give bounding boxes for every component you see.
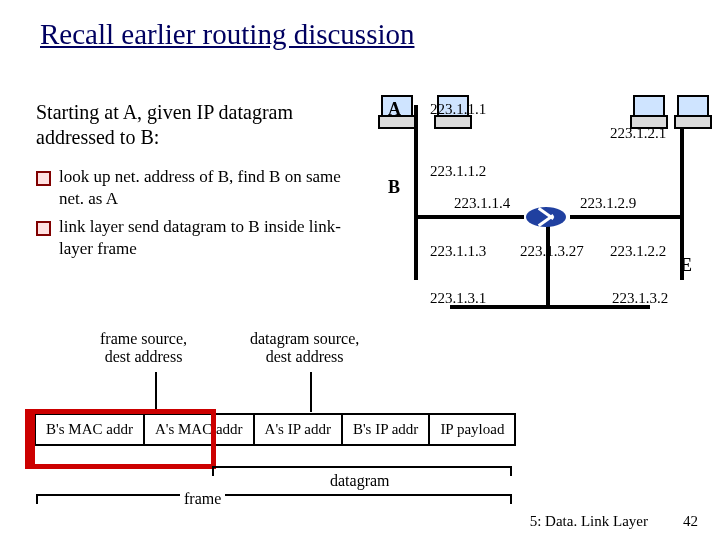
- network-diagram: A B E 223.1.1.1 223.1.1.2 223.1.1.3 223.…: [380, 95, 710, 325]
- bullet-icon: [36, 221, 51, 236]
- router-icon: [526, 207, 566, 227]
- intro-text: Starting at A, given IP datagram address…: [36, 100, 366, 150]
- ip-label: 223.1.1.1: [430, 101, 486, 118]
- cell-src-ip: A's IP addr: [254, 414, 342, 445]
- brace-label-frame: frame: [180, 490, 225, 508]
- ip-label: 223.1.1.2: [430, 163, 486, 180]
- pointer-line: [155, 372, 157, 412]
- bullet-text: look up net. address of B, find B on sam…: [59, 166, 366, 210]
- ip-label: 223.1.3.27: [520, 243, 584, 260]
- list-item: link layer send datagram to B inside lin…: [36, 216, 366, 260]
- highlight-edge: [25, 409, 30, 469]
- bullet-icon: [36, 171, 51, 186]
- host-icon: [630, 95, 664, 125]
- slide-title: Recall earlier routing discussion: [40, 18, 414, 51]
- cell-dest-mac: B's MAC addr: [35, 414, 144, 445]
- ip-label: 223.1.1.4: [454, 195, 510, 212]
- frame-structure-row: B's MAC addr A's MAC addr A's IP addr B'…: [34, 413, 516, 446]
- host-label-a: A: [388, 99, 401, 120]
- footer-page: 42: [683, 513, 698, 530]
- ip-label: 223.1.3.2: [612, 290, 668, 307]
- bullet-list: look up net. address of B, find B on sam…: [36, 166, 366, 266]
- net-link: [680, 105, 684, 280]
- cell-dest-ip: B's IP addr: [342, 414, 429, 445]
- pointer-line: [310, 372, 312, 412]
- net-link: [546, 225, 550, 305]
- cell-src-mac: A's MAC addr: [144, 414, 254, 445]
- ip-label: 223.1.2.9: [580, 195, 636, 212]
- brace-frame: [36, 494, 512, 504]
- ip-label: 223.1.2.2: [610, 243, 666, 260]
- net-link: [414, 215, 524, 219]
- net-link: [414, 105, 418, 280]
- annotation-dgram-addr: datagram source, dest address: [250, 330, 359, 365]
- net-link: [570, 215, 680, 219]
- bullet-text: link layer send datagram to B inside lin…: [59, 216, 366, 260]
- brace-label-datagram: datagram: [330, 472, 390, 490]
- ip-label: 223.1.1.3: [430, 243, 486, 260]
- ip-label: 223.1.2.1: [610, 125, 666, 142]
- cell-payload: IP payload: [429, 414, 515, 445]
- host-label-e: E: [680, 255, 692, 276]
- ip-label: 223.1.3.1: [430, 290, 486, 307]
- footer-chapter: 5: Data. Link Layer: [530, 513, 648, 530]
- host-label-b: B: [388, 177, 400, 198]
- list-item: look up net. address of B, find B on sam…: [36, 166, 366, 210]
- annotation-frame-addr: frame source, dest address: [100, 330, 187, 365]
- host-icon: [674, 95, 708, 125]
